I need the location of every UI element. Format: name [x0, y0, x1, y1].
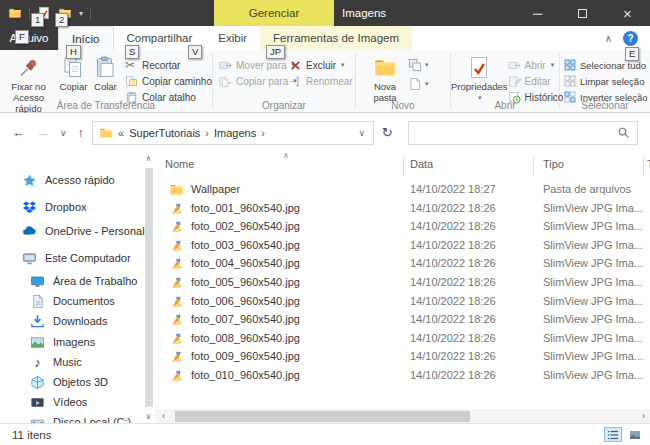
breadcrumb-item-supertutoriais[interactable]: SuperTutoriais: [129, 127, 200, 139]
file-row-foto-002-960x540-jpg[interactable]: foto_002_960x540.jpg14/10/2022 18:26Slim…: [155, 217, 650, 236]
forward-icon[interactable]: →: [36, 125, 49, 140]
column-divider[interactable]: [403, 155, 404, 176]
sidebar-item-acesso-rapido[interactable]: Acesso rápido: [0, 170, 155, 190]
crumb-separator-icon[interactable]: ›: [261, 127, 265, 139]
scroll-down-icon[interactable]: ∨: [143, 412, 154, 421]
new-item-icon: [408, 77, 422, 91]
scrollbar-thumb[interactable]: [175, 411, 470, 422]
music-icon: ♪: [30, 355, 45, 370]
sidebar-item-dropbox[interactable]: Dropbox: [0, 197, 155, 217]
tab-exibir[interactable]: Exibir: [205, 26, 260, 50]
up-icon[interactable]: ↑: [78, 125, 85, 140]
file-date: 14/10/2022 18:26: [410, 202, 496, 214]
file-row-foto-010-960x540-jpg[interactable]: foto_010_960x540.jpg14/10/2022 18:26Slim…: [155, 366, 650, 385]
edit-label: Editar: [525, 76, 551, 87]
easy-access-button[interactable]: ▾: [408, 57, 429, 72]
sidebar-item-label: Disco Local (C:): [53, 416, 131, 423]
file-name: foto_010_960x540.jpg: [191, 369, 300, 381]
sidebar-item-imagens[interactable]: Imagens: [0, 332, 155, 352]
sort-ascending-icon: ∧: [283, 152, 289, 160]
file-row-foto-008-960x540-jpg[interactable]: foto_008_960x540.jpg14/10/2022 18:26Slim…: [155, 329, 650, 348]
scroll-up-icon[interactable]: ∧: [143, 154, 154, 163]
qat-customize-chevron-icon[interactable]: ▾: [79, 9, 83, 18]
copy-to-button[interactable]: Copiar para ▾: [219, 73, 289, 89]
sidebar-item-objetos-3d[interactable]: Objetos 3D: [0, 372, 155, 392]
tab-arquivo[interactable]: Arquivo: [0, 26, 58, 50]
maximize-button[interactable]: [560, 0, 605, 26]
move-to-button[interactable]: Mover para ▾: [219, 57, 289, 73]
refresh-icon[interactable]: ↻: [374, 125, 400, 140]
file-row-foto-004-960x540-jpg[interactable]: foto_004_960x540.jpg14/10/2022 18:26Slim…: [155, 254, 650, 273]
help-button[interactable]: ?: [623, 31, 638, 46]
close-button[interactable]: ×: [605, 0, 650, 26]
horizontal-scrollbar[interactable]: ‹ ›: [155, 409, 650, 423]
sidebar-item-disco-local-c[interactable]: Disco Local (C:): [0, 412, 155, 423]
crumb-separator-icon[interactable]: ›: [205, 127, 209, 139]
column-divider[interactable]: [533, 155, 534, 176]
search-box[interactable]: [408, 121, 638, 145]
downloads-icon: [30, 314, 45, 329]
thumbnails-view-button[interactable]: [626, 427, 644, 442]
sidebar-item-music[interactable]: ♪Music: [0, 352, 155, 372]
file-row-foto-009-960x540-jpg[interactable]: foto_009_960x540.jpg14/10/2022 18:26Slim…: [155, 347, 650, 366]
scrollbar-thumb[interactable]: [145, 168, 153, 407]
tab-gerenciar[interactable]: Gerenciar: [214, 0, 334, 26]
search-input[interactable]: [416, 127, 617, 139]
file-row-foto-003-960x540-jpg[interactable]: foto_003_960x540.jpg14/10/2022 18:26Slim…: [155, 236, 650, 255]
keytip-inicio: H: [66, 45, 81, 59]
delete-button[interactable]: Excluir ▾: [289, 57, 353, 73]
scroll-left-icon[interactable]: ‹: [162, 411, 165, 421]
clear-selection-icon: [564, 75, 576, 87]
file-row-wallpaper[interactable]: Wallpaper14/10/2022 18:27Pasta de arquiv…: [155, 180, 650, 199]
clear-selection-button[interactable]: Limpar seleção: [564, 73, 648, 89]
scroll-right-icon[interactable]: ›: [642, 411, 645, 421]
new-item-button[interactable]: ▾: [408, 76, 429, 91]
file-type: SlimView JPG Ima...: [543, 202, 643, 214]
sidebar-item-downloads[interactable]: Downloads: [0, 311, 155, 331]
file-name: foto_002_960x540.jpg: [191, 220, 300, 232]
keytip-arquivo: F: [15, 30, 29, 44]
sidebar-item-videos[interactable]: Vídeos: [0, 392, 155, 412]
sidebar-item-este-computador[interactable]: Este Computador: [0, 248, 155, 268]
column-header-nome[interactable]: Nome: [165, 158, 194, 170]
breadcrumb-item-imagens[interactable]: Imagens: [214, 127, 256, 139]
breadcrumb[interactable]: « SuperTutoriais › Imagens › ∨: [92, 121, 374, 145]
edit-button[interactable]: Editar: [508, 73, 564, 89]
sidebar-item-onedrive-personal[interactable]: OneDrive - Personal: [0, 221, 155, 241]
breadcrumb-overflow[interactable]: «: [118, 127, 124, 139]
window-title: Imagens: [342, 0, 386, 26]
open-button[interactable]: Abrir ▾: [508, 57, 564, 73]
pictures-icon: [30, 335, 45, 350]
column-divider[interactable]: [643, 155, 644, 176]
keytip-ferramentas: JP: [266, 45, 285, 59]
address-dropdown-chevron-icon[interactable]: ∨: [359, 128, 368, 138]
toolbar-divider: [29, 7, 30, 20]
column-header-data[interactable]: Data: [410, 158, 433, 170]
thumbnails-view-icon: [629, 429, 641, 441]
minimize-button[interactable]: ─: [515, 0, 560, 26]
file-row-foto-005-960x540-jpg[interactable]: foto_005_960x540.jpg14/10/2022 18:26Slim…: [155, 273, 650, 292]
rename-button[interactable]: Renomear: [289, 73, 353, 89]
recent-locations-chevron-icon[interactable]: ∨: [60, 128, 67, 138]
file-row-foto-006-960x540-jpg[interactable]: foto_006_960x540.jpg14/10/2022 18:26Slim…: [155, 292, 650, 311]
sidebar-item-label: Music: [53, 356, 82, 368]
column-header-tipo[interactable]: Tipo: [543, 158, 564, 170]
copy-path-button[interactable]: Copiar caminho: [125, 73, 212, 89]
group-clipboard: Fixar no Acesso rápido Copiar Colar ✂ Re…: [0, 50, 212, 112]
cut-button[interactable]: ✂ Recortar: [125, 57, 212, 73]
file-name: foto_001_960x540.jpg: [191, 202, 300, 214]
details-view-button[interactable]: [604, 427, 622, 442]
sidebar-item-area-de-trabalho[interactable]: Área de Trabalho: [0, 271, 155, 291]
jpg-file-icon: [169, 275, 184, 290]
sidebar-item-documentos[interactable]: Documentos: [0, 291, 155, 311]
collapse-ribbon-icon[interactable]: ∧: [605, 33, 612, 44]
back-icon[interactable]: ←: [12, 125, 25, 140]
file-row-foto-007-960x540-jpg[interactable]: foto_007_960x540.jpg14/10/2022 18:26Slim…: [155, 310, 650, 329]
dropdown-icon: ▾: [341, 61, 345, 69]
rename-icon: [289, 75, 302, 88]
status-bar: 11 itens: [0, 423, 650, 445]
explorer-folder-icon[interactable]: [8, 6, 22, 20]
file-row-foto-001-960x540-jpg[interactable]: foto_001_960x540.jpg14/10/2022 18:26Slim…: [155, 199, 650, 218]
view-toggle-buttons: [604, 427, 644, 442]
sidebar-scrollbar[interactable]: ∧ ∨: [143, 154, 154, 421]
